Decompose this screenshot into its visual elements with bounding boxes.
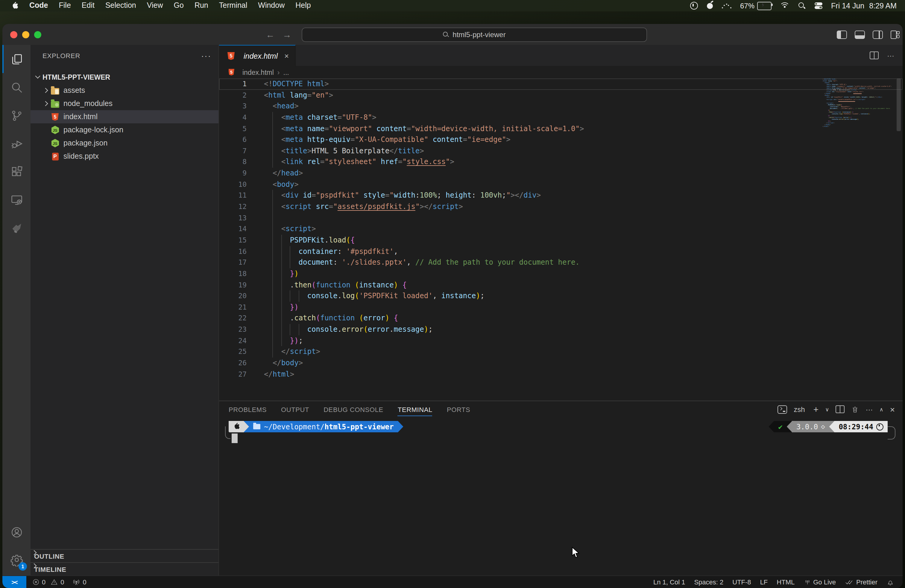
code-line[interactable]: 9 </head>: [219, 168, 903, 179]
menu-app-icon[interactable]: [707, 3, 713, 9]
menu-item-selection[interactable]: Selection: [100, 0, 141, 11]
explorer-activity-icon[interactable]: [2, 45, 30, 73]
menu-item-terminal[interactable]: Terminal: [214, 0, 253, 11]
code-line[interactable]: 23 console.error(error.message);: [219, 324, 903, 335]
code-line[interactable]: 12 <script src="assets/pspdfkit.js"></sc…: [219, 201, 903, 212]
code-line[interactable]: 24 });: [219, 335, 903, 346]
terminal-dropdown-icon[interactable]: ∨: [825, 406, 829, 412]
shell-label[interactable]: zsh: [794, 405, 805, 413]
accounts-icon[interactable]: [2, 518, 30, 546]
notifications-bell-icon[interactable]: [886, 578, 894, 586]
navigate-back-button[interactable]: ←: [266, 24, 275, 45]
remote-indicator[interactable]: ><: [2, 576, 26, 588]
panel-tab-problems[interactable]: PROBLEMS: [229, 401, 267, 417]
menu-item-window[interactable]: Window: [252, 0, 290, 11]
code-line[interactable]: 27</html>: [219, 369, 903, 380]
code-line[interactable]: 26 </body>: [219, 358, 903, 369]
code-line[interactable]: 14 <script>: [219, 224, 903, 235]
kill-terminal-icon[interactable]: [851, 405, 859, 413]
command-center-search[interactable]: html5-ppt-viewer: [302, 27, 647, 42]
editor-more-actions-icon[interactable]: ···: [887, 51, 894, 60]
split-terminal-icon[interactable]: [835, 405, 845, 413]
maximize-panel-icon[interactable]: ∧: [879, 406, 883, 412]
code-line[interactable]: 3 <head>: [219, 101, 903, 112]
settings-gear-icon[interactable]: 1: [2, 545, 30, 574]
remote-explorer-activity-icon[interactable]: [2, 186, 30, 214]
editor-scrollbar[interactable]: [897, 78, 901, 131]
close-panel-icon[interactable]: ×: [890, 404, 895, 414]
code-line[interactable]: 1<!DOCTYPE html>: [219, 78, 903, 89]
zoom-window-button[interactable]: [34, 31, 41, 38]
code-line[interactable]: 11 <div id="pspdfkit" style="width:100%;…: [219, 190, 903, 201]
code-line[interactable]: 5 <meta name="viewport" content="width=d…: [219, 123, 903, 134]
minimap[interactable]: <!DOCTYPE html><html lang="en"> <head> <…: [822, 78, 894, 128]
status-eol[interactable]: LF: [760, 578, 768, 586]
explorer-item-package-lock.json[interactable]: JSpackage-lock.json: [30, 123, 219, 137]
menu-item-run[interactable]: Run: [189, 0, 214, 11]
explorer-item-node_modules[interactable]: node_modules: [30, 97, 219, 110]
status-indentation[interactable]: Spaces: 2: [694, 578, 723, 586]
explorer-item-assets[interactable]: assets: [30, 84, 219, 97]
code-line[interactable]: 16 container: '#pspdfkit',: [219, 246, 903, 257]
code-editor[interactable]: 1<!DOCTYPE html>2<html lang="en">3 <head…: [219, 78, 903, 400]
control-center-icon[interactable]: [814, 2, 822, 9]
extension-custom-icon[interactable]: [2, 214, 30, 242]
apple-menu-icon[interactable]: [11, 2, 18, 10]
code-line[interactable]: 10 <body>: [219, 179, 903, 190]
source-control-activity-icon[interactable]: [2, 101, 30, 129]
panel-tab-ports[interactable]: PORTS: [447, 401, 470, 417]
status-prettier[interactable]: Prettier: [845, 578, 878, 586]
search-activity-icon[interactable]: [2, 73, 30, 101]
status-language-mode[interactable]: HTML: [776, 578, 795, 586]
extensions-activity-icon[interactable]: [2, 157, 30, 186]
timeline-section[interactable]: TIMELINE: [30, 562, 219, 576]
breadcrumb-tail[interactable]: ...: [283, 68, 289, 76]
code-line[interactable]: 15 PSPDFKit.load({: [219, 235, 903, 246]
explorer-root-folder[interactable]: HTML5-PPT-VIEWER: [30, 71, 219, 84]
minimize-window-button[interactable]: [22, 31, 29, 38]
ports-status[interactable]: 0: [73, 578, 86, 586]
code-line[interactable]: 25 </script>: [219, 346, 903, 358]
code-line[interactable]: 20 console.log('PSPDFKit loaded', instan…: [219, 291, 903, 302]
breadcrumb[interactable]: 5 index.html › ...: [219, 66, 903, 78]
tab-index-html[interactable]: 5 index.html ×: [219, 45, 295, 67]
code-line[interactable]: 4 <meta charset="UTF-8">: [219, 112, 903, 123]
status-cursor-position[interactable]: Ln 1, Col 1: [653, 578, 685, 586]
customize-layout-icon[interactable]: [891, 30, 897, 39]
wifi-icon[interactable]: [780, 2, 789, 9]
code-line[interactable]: 8 <link rel="stylesheet" href="style.css…: [219, 157, 903, 168]
toggle-primary-sidebar-icon[interactable]: [837, 30, 847, 39]
problems-status[interactable]: 0 0: [32, 578, 64, 586]
close-window-button[interactable]: [10, 31, 17, 38]
code-line[interactable]: 22 .catch(function (error) {: [219, 313, 903, 324]
outline-section[interactable]: OUTLINE: [30, 549, 219, 563]
code-line[interactable]: 6 <meta http-equiv="X-UA-Compatible" con…: [219, 134, 903, 145]
panel-tab-output[interactable]: OUTPUT: [281, 401, 309, 417]
menu-clock[interactable]: Fri 14 Jun 8:29 AM: [831, 2, 897, 10]
code-line[interactable]: 2<html lang="en">: [219, 89, 903, 100]
explorer-item-package.json[interactable]: JSpackage.json: [30, 137, 219, 150]
panel-more-actions-icon[interactable]: ···: [865, 405, 873, 413]
title-bar[interactable]: ← → html5-ppt-viewer: [2, 24, 903, 46]
menu-item-help[interactable]: Help: [290, 0, 316, 11]
menu-item-view[interactable]: View: [141, 0, 168, 11]
battery-indicator[interactable]: 67%: [740, 2, 771, 10]
breadcrumb-file[interactable]: index.html: [243, 68, 274, 76]
navigate-forward-button[interactable]: →: [283, 24, 292, 45]
toggle-panel-icon[interactable]: [855, 30, 865, 39]
terminal[interactable]: ~/Development/html5-ppt-viewer ✔ 3.0.0 ◇: [229, 421, 903, 457]
menu-item-file[interactable]: File: [54, 0, 76, 11]
panel-tab-terminal[interactable]: TERMINAL: [398, 401, 432, 417]
new-terminal-icon[interactable]: +: [813, 404, 819, 414]
code-line[interactable]: 17 document: './slides.pptx', // Add the…: [219, 257, 903, 268]
status-go-live[interactable]: Go Live: [803, 578, 836, 586]
explorer-item-slides.pptx[interactable]: Pslides.pptx: [30, 150, 219, 163]
screen-recording-icon[interactable]: [690, 2, 698, 10]
menu-item-edit[interactable]: Edit: [76, 0, 100, 11]
menu-item-code[interactable]: Code: [24, 0, 54, 11]
status-encoding[interactable]: UTF-8: [732, 578, 751, 586]
dots-menu-icon[interactable]: [722, 3, 731, 9]
panel-tab-debug-console[interactable]: DEBUG CONSOLE: [324, 401, 383, 417]
split-editor-icon[interactable]: [870, 51, 879, 59]
explorer-more-actions-icon[interactable]: ···: [201, 51, 211, 60]
